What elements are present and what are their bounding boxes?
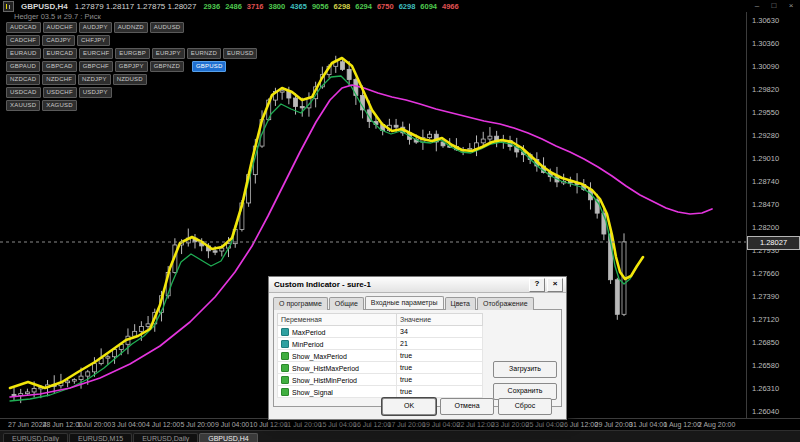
symbol-button-gbpaud[interactable]: GBPAUD — [6, 61, 40, 72]
symbol-button-usdcad[interactable]: USDCAD — [6, 87, 41, 98]
symbol-button-cadjpy[interactable]: CADJPY — [42, 35, 75, 46]
numeric-param-icon — [281, 340, 289, 348]
symbol-button-nzdchf[interactable]: NZDCHF — [42, 74, 76, 85]
load-button[interactable]: Загрузить — [493, 361, 557, 378]
dialog-tab[interactable]: Цвета — [445, 297, 477, 310]
ea-comment: Hedger 03.5 и 29.7 : Риск — [14, 12, 101, 21]
symbol-button-usdjpy[interactable]: USDJPY — [79, 87, 112, 98]
table-row[interactable]: Show_HistMaxPeriodtrue — [278, 362, 483, 374]
close-window-icon[interactable]: × — [786, 1, 796, 10]
param-name-cell: Show_MaxPeriod — [278, 350, 397, 362]
ok-button[interactable]: OK — [382, 398, 436, 415]
symbol-button-gbpnzd[interactable]: GBPNZD — [150, 61, 184, 72]
price-tick: 1.27120 — [752, 315, 779, 324]
dialog-tab[interactable]: О программе — [273, 297, 328, 310]
symbol-button-audcad[interactable]: AUDCAD — [6, 22, 41, 33]
symbol-button-chfjpy[interactable]: CHFJPY — [77, 35, 110, 46]
symbol-row: CADCHFCADJPYCHFJPY — [6, 35, 257, 46]
ea-value: 4966 — [442, 2, 459, 11]
time-label: 29 Jul 20:00 — [595, 421, 633, 428]
restore-icon[interactable]: □ — [769, 1, 779, 10]
time-label: 5 Jul 20:00 — [181, 421, 215, 428]
ea-value: 6294 — [355, 2, 372, 11]
close-icon[interactable]: × — [547, 278, 563, 292]
symbol-button-nzdcad[interactable]: NZDCAD — [6, 74, 40, 85]
symbol-button-eurchf[interactable]: EURCHF — [79, 48, 113, 59]
bool-param-icon — [281, 364, 289, 372]
time-label: 1 Jul 20:00 — [77, 421, 111, 428]
price-tick: 1.29550 — [752, 108, 779, 117]
dialog-tab[interactable]: Входные параметры — [365, 296, 444, 309]
parameters-table: ПеременнаяЗначениеMaxPeriod34MinPeriod21… — [277, 313, 483, 398]
table-row[interactable]: MinPeriod21 — [278, 338, 483, 350]
dialog-title-bar[interactable]: Custom Indicator - sure-1 ? × — [269, 277, 566, 293]
price-tick: 1.28200 — [752, 223, 779, 232]
table-row[interactable]: MaxPeriod34 — [278, 326, 483, 338]
symbol-button-gbpjpy[interactable]: GBPJPY — [115, 61, 148, 72]
chart-tab-eurusd-m15[interactable]: EURUSD,M15 — [69, 433, 132, 442]
dialog-tab[interactable]: Отображение — [477, 297, 534, 310]
time-label: 22 Jul 12:00 — [457, 421, 495, 428]
time-label: 15 Jul 04:00 — [319, 421, 357, 428]
symbol-button-euraud[interactable]: EURAUD — [6, 48, 41, 59]
minimize-icon[interactable]: – — [752, 1, 762, 10]
symbol-button-cadchf[interactable]: CADCHF — [6, 35, 40, 46]
bool-param-icon — [281, 376, 289, 384]
time-label: 16 Jul 12:00 — [353, 421, 391, 428]
price-tick: 1.29820 — [752, 85, 779, 94]
dialog-title: Custom Indicator - sure-1 — [274, 280, 371, 289]
symbol-button-eurgbp[interactable]: EURGBP — [115, 48, 150, 59]
price-tick: 1.30090 — [752, 62, 779, 71]
symbol-button-eurnzd[interactable]: EURNZD — [187, 48, 221, 59]
time-label: 4 Jul 12:00 — [146, 421, 180, 428]
param-value-cell[interactable]: true — [397, 374, 483, 386]
symbol-row: USDCADUSDCHFUSDJPY — [6, 87, 257, 98]
help-icon[interactable]: ? — [529, 278, 545, 292]
param-value-cell[interactable]: true — [397, 386, 483, 398]
price-axis[interactable]: 1.306301.303601.300901.298201.295501.292… — [746, 12, 800, 418]
symbol-button-eurjpy[interactable]: EURJPY — [152, 48, 185, 59]
cancel-button[interactable]: Отмена — [440, 398, 494, 415]
dialog-tab[interactable]: Общие — [329, 297, 364, 310]
symbol-button-usdchf[interactable]: USDCHF — [43, 87, 77, 98]
param-value-cell[interactable]: true — [397, 362, 483, 374]
table-row[interactable]: Show_MaxPeriodtrue — [278, 350, 483, 362]
chart-tab-gbpusd-h4[interactable]: GBPUSD,H4 — [199, 433, 257, 442]
time-label: 11 Jul 20:00 — [284, 421, 322, 428]
ea-value: 3800 — [269, 2, 286, 11]
symbol-button-audnzd[interactable]: AUDNZD — [114, 22, 148, 33]
symbol-button-audchf[interactable]: AUDCHF — [43, 22, 77, 33]
table-header-row: ПеременнаяЗначение — [278, 314, 483, 326]
symbol-button-audusd[interactable]: AUDUSD — [150, 22, 185, 33]
table-row[interactable]: Show_HistMinPeriodtrue — [278, 374, 483, 386]
chart-tab-eurusd-daily[interactable]: EURUSD,Daily — [3, 433, 68, 442]
window-controls: –□× — [752, 1, 796, 10]
symbol-button-gbpcad[interactable]: GBPCAD — [42, 61, 77, 72]
reset-button[interactable]: Сброс — [498, 398, 552, 415]
current-price-tag: 1.28027 — [747, 236, 800, 250]
symbol-button-xagusd[interactable]: XAGUSD — [42, 100, 77, 111]
numeric-param-icon — [281, 328, 289, 336]
param-value-cell[interactable]: 34 — [397, 326, 483, 338]
price-tick: 1.28740 — [752, 177, 779, 186]
symbol-button-gbpchf[interactable]: GBPCHF — [79, 61, 113, 72]
param-value-cell[interactable]: 21 — [397, 338, 483, 350]
symbol-button-nzdusd[interactable]: NZDUSD — [113, 74, 147, 85]
symbol-button-eurusd[interactable]: EURUSD — [223, 48, 258, 59]
ea-value: 2936 — [203, 2, 220, 11]
chart-tab-eurusd-daily[interactable]: EURUSD,Daily — [133, 433, 198, 442]
symbol-button-audjpy[interactable]: AUDJPY — [79, 22, 112, 33]
time-label: 31 Jul 04:00 — [629, 421, 667, 428]
table-row[interactable]: Show_Signaltrue — [278, 386, 483, 398]
symbol-button-eurcad[interactable]: EURCAD — [43, 48, 78, 59]
symbol-button-nzdjpy[interactable]: NZDJPY — [78, 74, 111, 85]
time-label: 2 Aug 20:00 — [698, 421, 735, 428]
symbol-button-xauusd[interactable]: XAUUSD — [6, 100, 40, 111]
price-tick: 1.27660 — [752, 269, 779, 278]
param-value-cell[interactable]: true — [397, 350, 483, 362]
chart-ohlc: 1.27879 1.28117 1.27875 1.28027 — [75, 2, 197, 11]
ea-value: 6094 — [420, 2, 437, 11]
param-name-cell: MinPeriod — [278, 338, 397, 350]
symbol-button-gbpusd[interactable]: GBPUSD — [192, 61, 227, 72]
price-tick: 1.29010 — [752, 154, 779, 163]
